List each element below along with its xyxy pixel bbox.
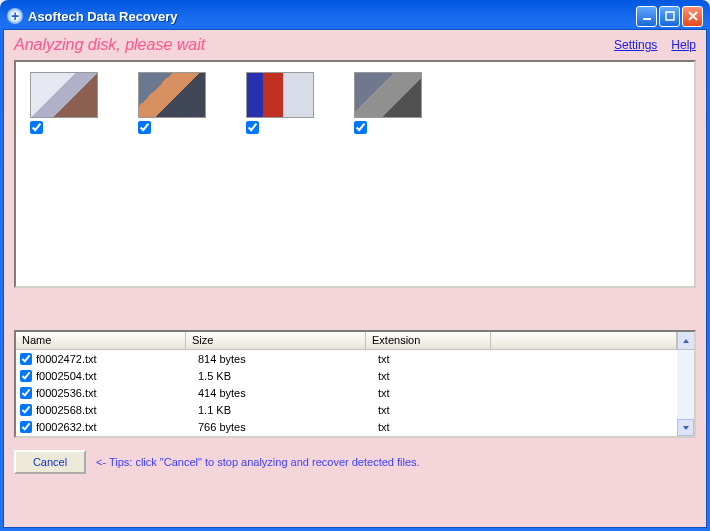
- thumbnail-checkbox[interactable]: [138, 121, 151, 134]
- thumbnail-checkbox[interactable]: [30, 121, 43, 134]
- column-name[interactable]: Name: [16, 332, 186, 349]
- file-size: 1.1 KB: [198, 404, 378, 416]
- app-window: + Asoftech Data Recovery Analyzing disk,…: [0, 0, 710, 531]
- row-checkbox[interactable]: [20, 387, 32, 399]
- file-size: 414 bytes: [198, 387, 378, 399]
- thumbnail-image[interactable]: [354, 72, 422, 118]
- file-name: f0002568.txt: [35, 404, 198, 416]
- column-size[interactable]: Size: [186, 332, 366, 349]
- scroll-up-button[interactable]: [677, 332, 694, 349]
- tips-text: <- Tips: click "Cancel" to stop analyzin…: [96, 456, 420, 468]
- thumbnail-item[interactable]: [138, 72, 206, 134]
- maximize-button[interactable]: [659, 6, 680, 27]
- window-buttons: [636, 6, 703, 27]
- file-size: 814 bytes: [198, 353, 378, 365]
- client-area: Analyzing disk, please wait Settings Hel…: [3, 29, 707, 528]
- minimize-button[interactable]: [636, 6, 657, 27]
- table-row[interactable]: f0002568.txt1.1 KBtxt: [16, 401, 694, 418]
- column-blank: [491, 332, 677, 349]
- file-extension: txt: [378, 353, 508, 365]
- table-row[interactable]: f0002536.txt414 bytestxt: [16, 384, 694, 401]
- file-extension: txt: [378, 404, 508, 416]
- file-extension: txt: [378, 370, 508, 382]
- table-row[interactable]: f0002504.txt1.5 KBtxt: [16, 367, 694, 384]
- thumbnail-panel: [14, 60, 696, 288]
- row-checkbox[interactable]: [20, 421, 32, 433]
- scrollbar[interactable]: [677, 350, 694, 436]
- thumbnail-image[interactable]: [30, 72, 98, 118]
- thumbnail-item[interactable]: [354, 72, 422, 134]
- cancel-button[interactable]: Cancel: [14, 450, 86, 474]
- thumbnail-image[interactable]: [246, 72, 314, 118]
- help-link[interactable]: Help: [671, 38, 696, 52]
- status-text: Analyzing disk, please wait: [14, 36, 205, 54]
- bottom-row: Cancel <- Tips: click "Cancel" to stop a…: [14, 444, 696, 474]
- file-name: f0002504.txt: [35, 370, 198, 382]
- thumbnail-checkbox[interactable]: [246, 121, 259, 134]
- row-checkbox[interactable]: [20, 370, 32, 382]
- file-list-header: Name Size Extension: [16, 332, 694, 350]
- row-checkbox[interactable]: [20, 353, 32, 365]
- app-icon: +: [7, 8, 23, 24]
- file-size: 766 bytes: [198, 421, 378, 433]
- svg-rect-0: [643, 18, 651, 20]
- file-list-panel: Name Size Extension f0002472.txt814 byte…: [14, 330, 696, 438]
- column-extension[interactable]: Extension: [366, 332, 491, 349]
- file-name: f0002536.txt: [35, 387, 198, 399]
- titlebar: + Asoftech Data Recovery: [3, 3, 707, 29]
- thumbnail-checkbox[interactable]: [354, 121, 367, 134]
- scroll-down-button[interactable]: [677, 419, 694, 436]
- thumbnail-item[interactable]: [30, 72, 98, 134]
- file-name: f0002632.txt: [35, 421, 198, 433]
- svg-rect-1: [666, 12, 674, 20]
- close-button[interactable]: [682, 6, 703, 27]
- file-extension: txt: [378, 387, 508, 399]
- table-row[interactable]: f0002472.txt814 bytestxt: [16, 350, 694, 367]
- file-list-body: f0002472.txt814 bytestxtf0002504.txt1.5 …: [16, 350, 694, 436]
- file-size: 1.5 KB: [198, 370, 378, 382]
- thumbnail-item[interactable]: [246, 72, 314, 134]
- settings-link[interactable]: Settings: [614, 38, 657, 52]
- thumbnail-image[interactable]: [138, 72, 206, 118]
- row-checkbox[interactable]: [20, 404, 32, 416]
- file-name: f0002472.txt: [35, 353, 198, 365]
- window-title: Asoftech Data Recovery: [28, 9, 636, 24]
- table-row[interactable]: f0002632.txt766 bytestxt: [16, 418, 694, 435]
- file-extension: txt: [378, 421, 508, 433]
